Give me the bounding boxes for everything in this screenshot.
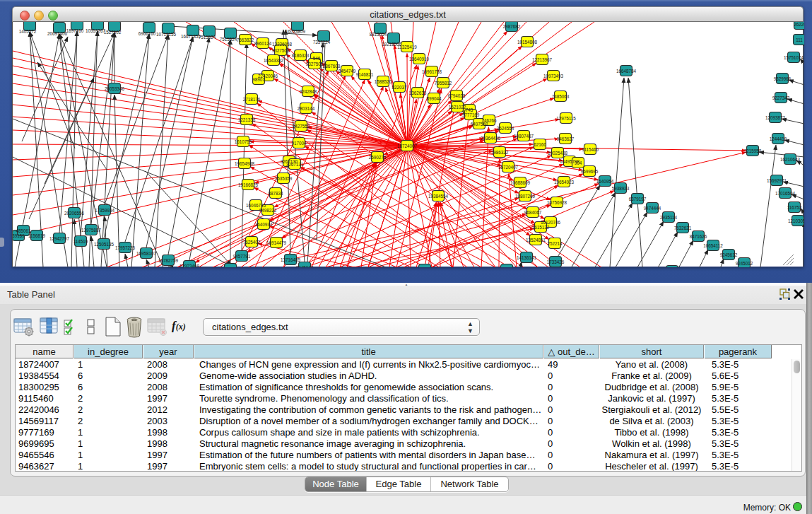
svg-text:9777169: 9777169 (462, 112, 480, 117)
svg-text:9146821: 9146821 (356, 72, 374, 77)
svg-text:746266: 746266 (481, 118, 497, 123)
svg-text:8960124: 8960124 (254, 41, 272, 46)
svg-text:1362635: 1362635 (409, 90, 427, 95)
svg-text:7485063: 7485063 (552, 94, 570, 99)
svg-text:16958107: 16958107 (136, 251, 157, 256)
svg-text:3267131: 3267131 (286, 162, 304, 167)
svg-text:9457791: 9457791 (233, 254, 251, 259)
svg-text:15751074: 15751074 (784, 55, 804, 60)
svg-text:16782759: 16782759 (158, 258, 179, 263)
svg-text:6794028: 6794028 (448, 93, 466, 98)
svg-text:10154808: 10154808 (517, 40, 538, 45)
svg-text:9327503: 9327503 (272, 48, 290, 53)
svg-text:62160: 62160 (534, 142, 546, 147)
svg-text:13716485: 13716485 (281, 257, 301, 262)
svg-text:7625402: 7625402 (243, 240, 261, 245)
svg-text:10756928: 10756928 (547, 200, 567, 205)
svg-text:1897310: 1897310 (66, 28, 84, 33)
svg-text:1221338: 1221338 (238, 117, 256, 122)
svg-text:16543382: 16543382 (264, 58, 284, 63)
svg-text:2935114: 2935114 (660, 215, 678, 220)
svg-text:3215958: 3215958 (744, 148, 762, 153)
svg-text:16914479: 16914479 (266, 240, 287, 245)
svg-text:114519: 114519 (73, 239, 88, 244)
svg-text:8471626: 8471626 (690, 234, 707, 239)
svg-text:7515524: 7515524 (220, 37, 237, 42)
svg-text:899044: 899044 (426, 96, 442, 101)
svg-text:10973493: 10973493 (543, 74, 564, 78)
svg-text:15720407: 15720407 (498, 165, 519, 170)
svg-text:9245012: 9245012 (296, 265, 314, 267)
svg-text:822037: 822037 (392, 85, 407, 90)
svg-text:9245012: 9245012 (736, 261, 753, 266)
svg-text:98901: 98901 (252, 77, 265, 82)
svg-text:11325419: 11325419 (397, 45, 417, 49)
svg-text:12923468: 12923468 (180, 264, 200, 267)
svg-text:9684067: 9684067 (524, 210, 542, 215)
svg-text:39159: 39159 (13, 233, 25, 238)
svg-text:9327508: 9327508 (306, 62, 324, 66)
svg-text:6379197: 6379197 (629, 197, 647, 201)
svg-text:1588520: 1588520 (375, 79, 392, 84)
svg-text:13524851: 13524851 (526, 238, 546, 243)
svg-text:10688609: 10688609 (510, 180, 531, 185)
svg-text:16033809: 16033809 (286, 29, 306, 34)
svg-text:2590275: 2590275 (369, 155, 387, 160)
svg-text:12975115: 12975115 (556, 116, 576, 121)
svg-text:917004: 917004 (291, 141, 307, 146)
svg-text:18640910: 18640910 (409, 57, 430, 62)
svg-text:485061: 485061 (16, 228, 31, 233)
svg-text:116753: 116753 (787, 205, 802, 210)
svg-text:16648784: 16648784 (616, 69, 637, 74)
svg-text:111: 111 (796, 37, 803, 42)
svg-text:1405572: 1405572 (19, 29, 37, 34)
svg-text:19166825: 19166825 (238, 182, 259, 187)
svg-text:12942797: 12942797 (49, 236, 70, 241)
svg-text:9498222: 9498222 (259, 208, 277, 213)
svg-text:1535359: 1535359 (275, 176, 293, 181)
svg-text:20364436: 20364436 (481, 136, 501, 141)
svg-text:12505135: 12505135 (94, 242, 114, 247)
svg-text:8813054: 8813054 (370, 32, 387, 37)
svg-text:10553267: 10553267 (86, 28, 106, 33)
svg-text:16961758: 16961758 (422, 69, 442, 74)
svg-text:15692971: 15692971 (767, 178, 787, 183)
svg-text:3624554: 3624554 (497, 126, 514, 131)
svg-text:1527602: 1527602 (104, 30, 122, 35)
svg-text:2718176: 2718176 (243, 97, 261, 102)
svg-text:1610755: 1610755 (235, 139, 252, 144)
svg-text:20691406: 20691406 (47, 31, 68, 36)
svg-text:19384554: 19384554 (428, 194, 449, 199)
svg-text:20053346: 20053346 (105, 86, 125, 91)
svg-text:17016504: 17016504 (775, 191, 796, 196)
svg-text:8454749: 8454749 (339, 69, 356, 74)
svg-text:10025438: 10025438 (548, 151, 568, 156)
svg-text:1640954: 1640954 (596, 179, 614, 184)
svg-text:10807487: 10807487 (514, 134, 534, 139)
svg-text:1615132: 1615132 (532, 225, 550, 230)
svg-text:9245612: 9245612 (720, 252, 738, 257)
svg-text:904: 904 (575, 160, 582, 165)
svg-text:9474444: 9474444 (644, 206, 661, 211)
svg-text:9463627: 9463627 (557, 136, 575, 141)
svg-text:12093872: 12093872 (765, 115, 786, 120)
svg-text:1156819: 1156819 (28, 233, 46, 238)
svg-text:13226058: 13226058 (272, 42, 293, 47)
svg-text:9115460: 9115460 (582, 147, 599, 152)
svg-text:1621022: 1621022 (449, 105, 466, 110)
svg-text:9699695: 9699695 (581, 169, 599, 174)
svg-text:16046745: 16046745 (246, 203, 266, 208)
svg-text:7357224: 7357224 (313, 40, 331, 45)
svg-text:7986322: 7986322 (491, 150, 509, 155)
svg-text:19654988: 19654988 (235, 161, 255, 166)
svg-text:7955812: 7955812 (435, 81, 452, 86)
svg-text:10654112: 10654112 (703, 243, 723, 248)
svg-text:8427552: 8427552 (293, 124, 310, 129)
svg-text:1640934: 1640934 (255, 222, 273, 227)
svg-text:9242848: 9242848 (300, 89, 317, 94)
svg-text:745: 745 (466, 107, 473, 112)
svg-text:16210643: 16210643 (780, 157, 801, 162)
svg-text:7515524: 7515524 (199, 35, 216, 40)
svg-text:6966160: 6966160 (139, 31, 156, 36)
svg-text:12213967: 12213967 (532, 57, 553, 62)
